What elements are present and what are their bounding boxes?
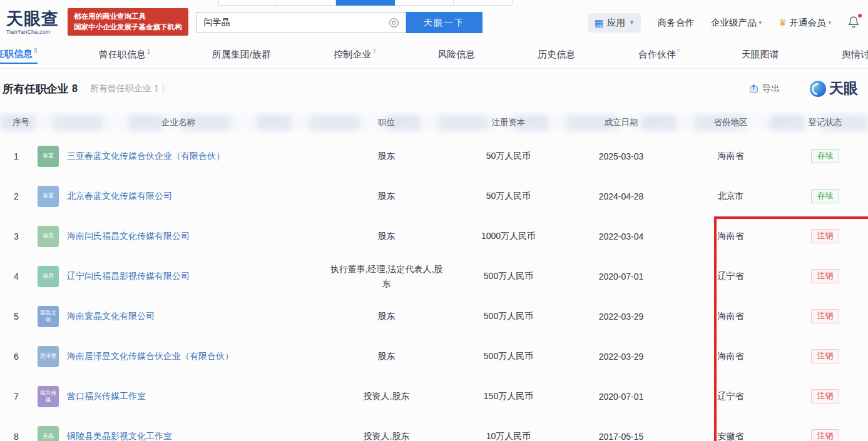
col-header-position: 职位 bbox=[319, 117, 454, 128]
position-cell: 股东 bbox=[319, 149, 454, 163]
company-name-link[interactable]: 铜陵县美晶影视文化工作室 bbox=[67, 430, 172, 441]
profile-tab[interactable]: 历史信息 bbox=[538, 48, 576, 63]
profile-tab[interactable]: 任职信息8 bbox=[0, 48, 38, 64]
row-index: 5 bbox=[0, 312, 38, 322]
position-cell: 投资人,股东 bbox=[319, 389, 454, 403]
col-header-province: 省份地区 bbox=[679, 117, 782, 128]
position-cell: 股东 bbox=[319, 189, 454, 203]
search-box bbox=[196, 12, 406, 33]
profile-tab[interactable]: 曾任职信息1 bbox=[99, 48, 151, 63]
province-cell: 安徽省 bbox=[679, 431, 782, 441]
table-header: 序号 企业名称 职位 注册资本 成立日期 省份地区 登记状态 bbox=[0, 108, 868, 136]
company-name-link[interactable]: 辽宁闫氏福昌影视传媒有限公司 bbox=[67, 270, 190, 282]
nav-business-coop[interactable]: 商务合作 bbox=[658, 17, 694, 29]
row-index: 4 bbox=[0, 271, 38, 281]
tab-label: 所属集团/族群 bbox=[212, 49, 271, 59]
tianyancha-logo[interactable]: 天眼查 TianYanCha.com bbox=[6, 11, 59, 35]
row-index: 7 bbox=[0, 392, 38, 402]
section-count: 8 bbox=[72, 83, 78, 94]
nav-enterprise-products[interactable]: 企业级产品 ▾ bbox=[711, 17, 762, 29]
search-type-tab[interactable] bbox=[218, 0, 277, 6]
nav-apps-label: 应用 bbox=[607, 17, 625, 29]
profile-tab[interactable]: 舆情讨 bbox=[842, 48, 868, 63]
province-cell: 辽宁省 bbox=[679, 271, 782, 282]
row-index: 2 bbox=[0, 191, 38, 201]
bell-icon bbox=[848, 16, 859, 28]
province-cell: 海南省 bbox=[679, 231, 782, 242]
profile-tab[interactable]: 所属集团/族群 bbox=[212, 48, 272, 63]
former-positions-link[interactable]: 所有曾任职企业 1 〉 bbox=[90, 83, 170, 94]
province-cell: 海南省 bbox=[679, 151, 782, 162]
logo-subtitle: TianYanCha.com bbox=[6, 29, 59, 35]
company-name-link[interactable]: 北京春蓝文化传媒有限公司 bbox=[67, 190, 172, 202]
table-row: 8 美晶 铜陵县美晶影视文化工作室 投资人,股东 10万人民币 2017-05-… bbox=[0, 417, 868, 441]
company-name-link[interactable]: 三亚春蓝文化传媒合伙企业（有限合伙） bbox=[67, 150, 225, 162]
logo-title: 天眼查 bbox=[6, 11, 59, 28]
capital-cell: 50万人民币 bbox=[454, 151, 563, 162]
camera-search-icon[interactable] bbox=[389, 18, 399, 28]
section-title: 所有任职企业 bbox=[3, 81, 68, 96]
date-cell: 2024-04-28 bbox=[563, 191, 679, 201]
table-row: 6 居泽昱 海南居泽昱文化传媒合伙企业（有限合伙） 股东 500万人民币 202… bbox=[0, 337, 868, 377]
status-badge: 注销 bbox=[811, 309, 839, 323]
search-type-tab[interactable] bbox=[395, 0, 454, 6]
company-name-link[interactable]: 营口福兴传媒工作室 bbox=[67, 390, 146, 402]
tab-count: 8 bbox=[34, 48, 38, 54]
capital-cell: 10万人民币 bbox=[454, 431, 563, 441]
company-name-link[interactable]: 海南居泽昱文化传媒合伙企业（有限合伙） bbox=[67, 350, 233, 362]
table-row: 3 福昌 海南闫氏福昌文化传媒有限公司 股东 1000万人民币 2022-03-… bbox=[0, 216, 868, 256]
table-body: 1 春蓝 三亚春蓝文化传媒合伙企业（有限合伙） 股东 50万人民币 2025-0… bbox=[0, 136, 868, 441]
row-index: 6 bbox=[0, 352, 38, 362]
date-cell: 2020-07-01 bbox=[563, 392, 679, 402]
nav-business-label: 商务合作 bbox=[658, 17, 694, 29]
position-cell: 股东 bbox=[319, 309, 454, 323]
date-cell: 2020-07-01 bbox=[563, 271, 679, 281]
col-header-status: 登记状态 bbox=[782, 117, 868, 128]
profile-tab[interactable]: 合作伙伴^ bbox=[638, 48, 680, 63]
search-type-tab[interactable] bbox=[454, 0, 513, 6]
export-icon bbox=[749, 84, 758, 93]
tianyan-watermark: 天眼 bbox=[810, 79, 858, 98]
table-row: 1 春蓝 三亚春蓝文化传媒合伙企业（有限合伙） 股东 50万人民币 2025-0… bbox=[0, 136, 868, 176]
capital-cell: 500万人民币 bbox=[454, 311, 563, 322]
tabs-row: 任职信息8 曾任职信息1 所属集团/族群 控制企业7 风险信息 历史信息 合作伙… bbox=[0, 43, 868, 69]
top-header: 天眼查 TianYanCha.com 都在用的商业查询工具 国家中小企业发展子基… bbox=[0, 0, 868, 38]
table-row: 5 寰晶文化 海南寰晶文化有限公司 股东 500万人民币 2022-03-29 … bbox=[0, 297, 868, 337]
row-index: 3 bbox=[0, 231, 38, 241]
company-name-link[interactable]: 海南寰晶文化有限公司 bbox=[67, 310, 155, 322]
notification-bell[interactable] bbox=[848, 16, 859, 30]
col-header-capital: 注册资本 bbox=[454, 117, 563, 128]
nav-open-vip[interactable]: ♛ 开通会员 ▾ bbox=[779, 17, 831, 29]
tianyan-eye-icon bbox=[810, 81, 826, 97]
tab-label: 控制企业 bbox=[334, 49, 371, 59]
position-cell: 执行董事,经理,法定代表人,股东 bbox=[319, 262, 454, 290]
date-cell: 2022-03-29 bbox=[563, 312, 679, 322]
company-logo: 居泽昱 bbox=[38, 346, 59, 367]
crown-icon: ♛ bbox=[779, 17, 787, 28]
date-cell: 2025-03-03 bbox=[563, 151, 679, 161]
export-button[interactable]: 导出 bbox=[749, 83, 780, 94]
profile-tab[interactable]: 风险信息 bbox=[437, 48, 476, 63]
company-name-link[interactable]: 海南闫氏福昌文化传媒有限公司 bbox=[67, 230, 190, 242]
search-type-tab-active[interactable] bbox=[336, 0, 395, 6]
col-header-company: 企业名称 bbox=[38, 117, 319, 128]
tab-label: 天眼图谱 bbox=[742, 49, 779, 59]
search-input[interactable] bbox=[203, 17, 389, 28]
promo-banner: 都在用的商业查询工具 国家中小企业发展子基金旗下机构 bbox=[68, 8, 188, 36]
table-row: 2 春蓝 北京春蓝文化传媒有限公司 股东 50万人民币 2024-04-28 北… bbox=[0, 176, 868, 216]
capital-cell: 1000万人民币 bbox=[454, 231, 563, 242]
profile-tab[interactable]: 天眼图谱 bbox=[742, 48, 780, 63]
nav-apps[interactable]: ▦ 应用 ▼ bbox=[588, 13, 641, 33]
search-type-tab[interactable] bbox=[277, 0, 336, 6]
tab-label: 舆情讨 bbox=[842, 49, 868, 59]
row-index: 1 bbox=[0, 151, 38, 161]
capital-cell: 500万人民币 bbox=[454, 351, 563, 362]
search-button[interactable]: 天眼一下 bbox=[406, 12, 483, 33]
tab-label: 任职信息 bbox=[0, 48, 33, 59]
profile-tab[interactable]: 控制企业7 bbox=[334, 48, 376, 63]
chevron-down-icon: ▼ bbox=[629, 19, 635, 26]
section-header: 所有任职企业 8 所有曾任职企业 1 〉 导出 天眼 bbox=[0, 69, 868, 104]
chevron-down-icon: ▾ bbox=[828, 19, 831, 26]
banner-line1: 都在用的商业查询工具 bbox=[74, 11, 182, 22]
chevron-down-icon: ▾ bbox=[758, 19, 762, 26]
